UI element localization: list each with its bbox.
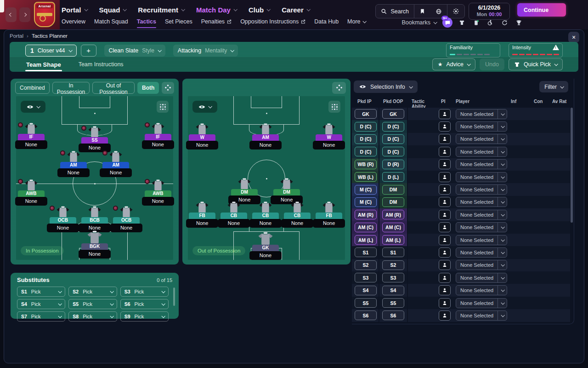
picked-oop-button[interactable]: S4 bbox=[382, 286, 404, 295]
style-dropdown[interactable]: Clean Slate Style bbox=[104, 45, 165, 57]
quick-pick-dropdown[interactable]: Quick Pick bbox=[509, 58, 563, 70]
player-slot-if[interactable]: IFNone bbox=[142, 134, 174, 149]
club-badge[interactable]: Arsenal bbox=[34, 2, 55, 27]
player-select-dropdown[interactable]: None Selected bbox=[456, 273, 507, 283]
picked-ip-button[interactable]: D (C) bbox=[355, 147, 377, 156]
player-instructions-button[interactable] bbox=[439, 197, 451, 207]
player-instructions-button[interactable] bbox=[439, 247, 451, 258]
sub-slot-s1[interactable]: S1Pick bbox=[17, 287, 65, 297]
picked-ip-button[interactable]: WB (L) bbox=[355, 172, 377, 182]
kit-button[interactable] bbox=[457, 17, 467, 28]
player-instructions-button[interactable] bbox=[439, 172, 451, 182]
pitch-view-dropdown[interactable] bbox=[192, 101, 217, 113]
picked-oop-button[interactable]: D (L) bbox=[382, 172, 404, 182]
subnav-tactics[interactable]: Tactics bbox=[137, 18, 156, 27]
picked-ip-button[interactable]: D (C) bbox=[355, 122, 377, 132]
mentality-dropdown[interactable]: Attacking Mentality bbox=[173, 45, 238, 57]
add-tactic-button[interactable]: + bbox=[81, 45, 96, 57]
bookmarks-dropdown[interactable]: Bookmarks bbox=[401, 19, 436, 26]
picked-oop-button[interactable]: D (C) bbox=[382, 134, 404, 144]
player-slot-am[interactable]: AMNone bbox=[57, 162, 90, 177]
menu-squad[interactable]: Squad bbox=[99, 6, 126, 14]
player-instructions-button[interactable] bbox=[439, 134, 451, 144]
picked-ip-button[interactable]: AM (R) bbox=[355, 210, 377, 219]
picked-ip-button[interactable]: D (C) bbox=[355, 134, 377, 144]
subnav-overview[interactable]: Overview bbox=[62, 18, 85, 27]
player-instructions-button[interactable] bbox=[439, 285, 451, 295]
history-forward-button[interactable] bbox=[19, 7, 30, 22]
player-instructions-button[interactable] bbox=[439, 298, 451, 308]
picked-oop-button[interactable]: D (C) bbox=[382, 122, 404, 132]
player-slot-fb[interactable]: FBNone bbox=[313, 213, 345, 228]
player-select-dropdown[interactable]: None Selected bbox=[456, 260, 507, 270]
subnav-set-pieces[interactable]: Set Pieces bbox=[165, 18, 192, 27]
filter-combined[interactable]: Combined bbox=[15, 82, 50, 94]
player-select-dropdown[interactable]: None Selected bbox=[456, 210, 507, 220]
player-select-dropdown[interactable]: None Selected bbox=[456, 298, 507, 308]
continue-button[interactable]: Continue bbox=[517, 3, 566, 17]
picked-oop-button[interactable]: DM bbox=[382, 197, 404, 207]
player-slot-ocb[interactable]: OCBNone bbox=[47, 217, 79, 232]
player-instructions-button[interactable] bbox=[439, 210, 451, 220]
picked-oop-button[interactable]: S5 bbox=[382, 298, 404, 308]
player-slot-cb[interactable]: CBNone bbox=[281, 213, 313, 228]
player-slot-awb[interactable]: AWBNone bbox=[15, 190, 47, 206]
player-instructions-button[interactable] bbox=[439, 235, 451, 245]
picked-ip-button[interactable]: AM (C) bbox=[355, 223, 377, 232]
player-select-dropdown[interactable]: None Selected bbox=[456, 121, 507, 132]
formation-widget-button[interactable] bbox=[162, 82, 174, 94]
player-slot-gk[interactable]: GKNone bbox=[249, 245, 282, 260]
player-instructions-button[interactable] bbox=[439, 121, 451, 132]
player-instructions-button[interactable] bbox=[439, 222, 451, 232]
picked-oop-button[interactable]: D (R) bbox=[382, 160, 404, 169]
subnav-data-hub[interactable]: Data Hub bbox=[314, 18, 339, 27]
picked-oop-button[interactable]: AM (R) bbox=[382, 210, 404, 219]
player-slot-w[interactable]: WNone bbox=[186, 134, 218, 150]
breadcrumb-portal[interactable]: Portal bbox=[10, 33, 23, 39]
player-slot-ss[interactable]: SSNone bbox=[79, 137, 111, 152]
tab-team-shape[interactable]: Team Shape bbox=[25, 58, 62, 71]
filter-out-of-possession[interactable]: Out of Possession bbox=[92, 82, 135, 94]
subnav-match-squad[interactable]: Match Squad bbox=[94, 18, 128, 27]
player-select-dropdown[interactable]: None Selected bbox=[456, 147, 507, 157]
menu-career[interactable]: Career bbox=[282, 6, 310, 14]
tactic-slot-dropdown[interactable]: 1 Closer v44 bbox=[25, 45, 77, 57]
picked-oop-button[interactable]: AM (C) bbox=[382, 223, 404, 232]
player-slot-w[interactable]: WNone bbox=[313, 134, 345, 150]
player-select-dropdown[interactable]: None Selected bbox=[456, 109, 507, 119]
grid-view-button[interactable] bbox=[328, 101, 340, 113]
sync-button[interactable] bbox=[499, 17, 509, 28]
player-select-dropdown[interactable]: None Selected bbox=[456, 235, 507, 245]
player-select-dropdown[interactable]: None Selected bbox=[456, 285, 507, 295]
trophy-button[interactable] bbox=[514, 17, 524, 28]
player-instructions-button[interactable] bbox=[439, 184, 451, 195]
selection-info-dropdown[interactable]: Selection Info bbox=[354, 80, 418, 93]
player-slot-cb[interactable]: CBNone bbox=[218, 213, 250, 228]
scrollbar-thumb[interactable] bbox=[571, 108, 573, 223]
sub-slot-s9[interactable]: S9Pick bbox=[120, 311, 169, 322]
menu-recruitment[interactable]: Recruitment bbox=[138, 6, 184, 14]
menu-match-day[interactable]: Match Day bbox=[196, 6, 237, 14]
pitch-view-dropdown[interactable] bbox=[21, 101, 45, 113]
player-slot-cb[interactable]: CBNone bbox=[249, 213, 282, 228]
filter-both[interactable]: Both bbox=[137, 82, 159, 94]
search-button[interactable]: Search bbox=[376, 5, 414, 18]
player-select-dropdown[interactable]: None Selected bbox=[456, 184, 507, 195]
picked-oop-button[interactable]: S2 bbox=[382, 260, 404, 270]
tab-team-instructions[interactable]: Team Instructions bbox=[78, 58, 124, 71]
notifications-button[interactable]: 9+ bbox=[442, 17, 452, 28]
preferences-button[interactable] bbox=[447, 5, 464, 18]
player-slot-ocb[interactable]: OCBNone bbox=[110, 217, 142, 232]
player-select-dropdown[interactable]: None Selected bbox=[456, 172, 507, 182]
player-instructions-button[interactable] bbox=[439, 109, 451, 119]
player-slot-am[interactable]: AMNone bbox=[100, 162, 132, 177]
picked-ip-button[interactable]: S3 bbox=[355, 273, 377, 282]
picked-ip-button[interactable]: S1 bbox=[355, 247, 377, 257]
picked-ip-button[interactable]: M (C) bbox=[355, 185, 377, 195]
sub-slot-s5[interactable]: S5Pick bbox=[68, 299, 117, 309]
picked-ip-button[interactable]: M (C) bbox=[355, 197, 377, 207]
picked-ip-button[interactable]: S2 bbox=[355, 260, 377, 270]
undo-button[interactable]: Undo bbox=[480, 58, 504, 70]
subnav-penalties[interactable]: Penalties bbox=[201, 18, 232, 27]
player-slot-if[interactable]: IFNone bbox=[15, 134, 47, 149]
